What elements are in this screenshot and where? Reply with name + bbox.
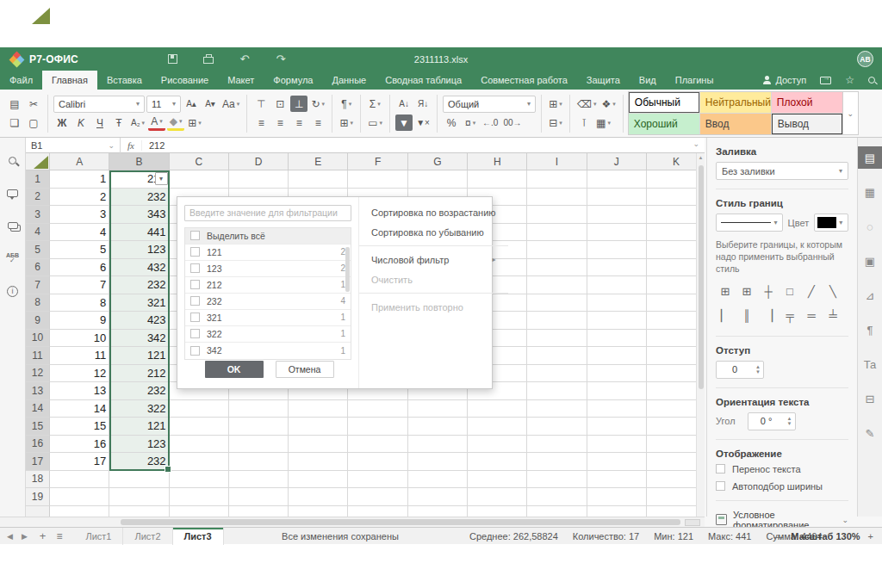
table-settings-icon[interactable]: ▦ (858, 181, 882, 203)
cell[interactable] (289, 170, 348, 189)
cell-style-option[interactable]: Хороший (629, 114, 699, 134)
sort-descending-menu-item[interactable]: Сортировка по убыванию (359, 222, 508, 242)
ribbon-tab[interactable]: Главная (42, 71, 97, 90)
sheet-tab[interactable]: Лист1 (74, 528, 123, 545)
clear-filter-menu-item[interactable]: Очистить (359, 269, 508, 289)
row-header[interactable]: 18 (26, 471, 50, 489)
cell[interactable] (587, 436, 647, 454)
border-style-button[interactable]: ┼ (759, 282, 778, 301)
border-style-button[interactable]: □ (780, 282, 799, 301)
cell-column-a[interactable]: 16 (50, 436, 109, 454)
change-case-button[interactable]: Aa (220, 96, 241, 112)
italic-button[interactable]: K (72, 115, 90, 131)
cell[interactable] (468, 471, 527, 489)
cell[interactable] (527, 436, 587, 454)
horizontal-scrollbar[interactable] (0, 517, 705, 527)
cell[interactable] (408, 488, 468, 506)
cell-column-a[interactable]: 17 (50, 453, 109, 471)
cell-column-b[interactable]: 121 (109, 418, 169, 436)
increase-decimal-button[interactable]: 00→ (501, 115, 523, 131)
cell[interactable] (229, 418, 289, 436)
clear-filter-button[interactable]: ▼× (414, 115, 432, 131)
row-header[interactable]: 8 (26, 294, 50, 313)
cell-column-b[interactable]: 232 (109, 453, 169, 471)
search-button[interactable] (868, 77, 875, 84)
column-header[interactable]: C (170, 153, 229, 170)
cell[interactable] (408, 471, 468, 489)
cell[interactable] (289, 488, 348, 506)
align-left-button[interactable]: ≡ (252, 115, 270, 131)
cell[interactable] (647, 436, 696, 454)
cell[interactable] (408, 418, 468, 436)
select-all-checkbox[interactable] (190, 231, 200, 240)
cell-column-b[interactable]: 121 (109, 347, 169, 365)
filter-value-checkbox[interactable] (190, 346, 200, 356)
clear-button[interactable]: ⌫ (575, 96, 598, 112)
text-orientation-button[interactable]: ↻ (309, 96, 326, 112)
filter-value-row[interactable]: 342 1 (185, 343, 351, 359)
cell-column-a[interactable] (50, 471, 109, 489)
column-header[interactable]: F (348, 153, 407, 170)
filter-button[interactable]: ▼ (395, 115, 413, 131)
fit-width-checkbox[interactable] (716, 481, 725, 491)
cancel-button[interactable]: Отмена (276, 361, 334, 378)
cell-column-b[interactable] (109, 488, 169, 506)
cell[interactable] (587, 400, 647, 418)
format-as-table-button[interactable]: ▦ (594, 115, 612, 131)
ribbon-tab[interactable]: Формула (264, 71, 322, 90)
font-color-button[interactable]: A (148, 115, 165, 131)
cell[interactable] (170, 400, 229, 418)
cell[interactable] (647, 471, 696, 489)
cell-column-a[interactable]: 10 (50, 330, 109, 348)
cell-style-option[interactable]: Обычный (629, 92, 699, 113)
row-header[interactable]: 4 (26, 224, 50, 242)
align-right-button[interactable]: ≡ (290, 115, 307, 131)
cell[interactable] (527, 330, 587, 348)
cell[interactable] (647, 365, 696, 383)
cell[interactable] (527, 382, 587, 400)
vertical-scroll-thumb[interactable] (699, 165, 704, 389)
cell[interactable] (587, 488, 647, 506)
currency-style-button[interactable]: ¤ (462, 115, 479, 131)
cell[interactable] (647, 400, 696, 418)
spellcheck-button[interactable]: АБВ (6, 251, 20, 265)
row-header[interactable]: 2 (26, 189, 50, 207)
insert-cells-button[interactable]: ⊞ (547, 96, 564, 112)
cell[interactable] (229, 506, 289, 517)
cell[interactable] (647, 206, 696, 224)
filter-list-scrollbar[interactable] (345, 247, 350, 292)
row-header[interactable]: 14 (26, 400, 50, 418)
ribbon-tab[interactable]: Плагины (666, 71, 724, 90)
cell-column-a[interactable]: 14 (50, 400, 109, 418)
cell[interactable] (587, 294, 647, 313)
cell-settings-icon[interactable]: ▤ (858, 146, 882, 169)
cell[interactable] (647, 453, 696, 471)
column-header[interactable]: E (289, 153, 348, 170)
formula-bar-collapse-icon[interactable]: ⌄ (693, 139, 699, 148)
vertical-scrollbar[interactable]: ▲ (696, 153, 705, 517)
cell-column-a[interactable]: 15 (50, 418, 109, 436)
column-header[interactable]: D (229, 153, 289, 170)
cell[interactable] (527, 224, 587, 242)
row-header[interactable]: 6 (26, 259, 50, 277)
cell[interactable] (647, 224, 696, 242)
cell[interactable] (647, 294, 696, 313)
cell[interactable] (348, 453, 407, 471)
cell-style-option[interactable]: Нейтральный (700, 92, 771, 113)
paste-button[interactable]: ▤ (6, 96, 23, 112)
copy-button[interactable]: ❏ (6, 115, 23, 131)
row-header[interactable]: 7 (26, 276, 50, 294)
cell[interactable] (289, 506, 348, 517)
shape-settings-icon[interactable]: ◌ (858, 215, 882, 238)
row-header[interactable] (26, 506, 50, 517)
cell[interactable] (468, 453, 527, 471)
column-header[interactable]: G (408, 153, 468, 170)
cell-column-b[interactable]: 441 (109, 224, 169, 242)
zoom-level[interactable]: Масштаб 130% (791, 531, 860, 542)
share-access-button[interactable]: Доступ (763, 75, 806, 85)
zoom-in-button[interactable]: + (868, 531, 873, 542)
row-header[interactable]: 3 (26, 206, 50, 224)
filter-value-checkbox[interactable] (190, 247, 200, 257)
cell-column-a[interactable]: 4 (50, 224, 109, 242)
border-style-button[interactable]: ▕ (759, 306, 778, 325)
